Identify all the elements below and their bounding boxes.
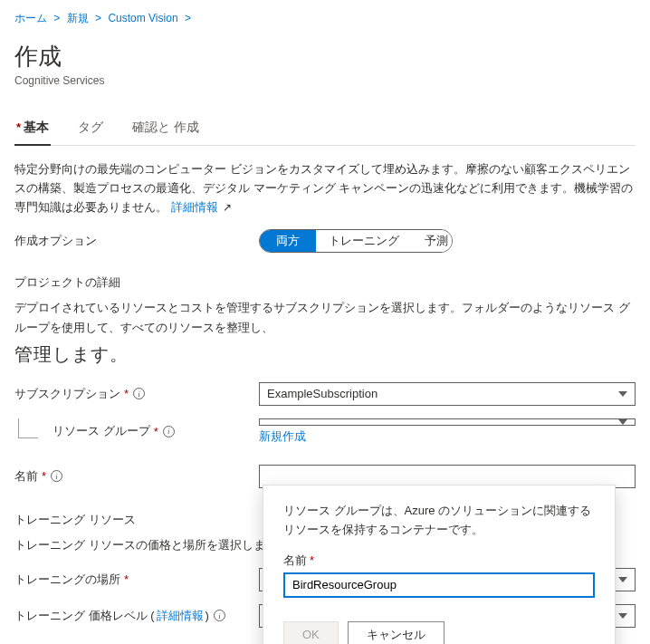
external-link-icon: ↗ <box>223 201 232 214</box>
create-option-segment: 両方 トレーニング 予測 <box>259 229 453 253</box>
popover-name-label: 名前 * <box>283 553 595 569</box>
page-title: 作成 <box>14 41 636 72</box>
tab-review-create[interactable]: 確認と 作成 <box>130 112 201 145</box>
required-star-icon: * <box>42 469 46 483</box>
description-block: 特定分野向けの最先端のコンピューター ビジョンをカスタマイズして埋め込みます。摩… <box>14 160 636 216</box>
subscription-row: サブスクリプション * i ExampleSubscription <box>14 382 636 406</box>
create-option-row: 作成オプション 両方 トレーニング 予測 <box>14 229 636 253</box>
project-details-desc-large: 管理します。 <box>14 344 129 364</box>
training-location-label-text: トレーニングの場所 <box>14 572 120 588</box>
breadcrumb-new[interactable]: 新規 <box>67 12 89 24</box>
description-text: 特定分野向けの最先端のコンピューター ビジョンをカスタマイズして埋め込みます。摩… <box>14 162 633 214</box>
chevron-down-icon <box>618 577 627 582</box>
description-link[interactable]: 詳細情報 <box>171 200 218 214</box>
popover-name-label-text: 名前 <box>283 553 307 569</box>
popover-actions: OK キャンセル <box>283 621 595 644</box>
name-label: 名前 * i <box>14 468 259 485</box>
breadcrumb-home[interactable]: ホーム <box>14 12 47 24</box>
subscription-select[interactable]: ExampleSubscription <box>259 382 636 406</box>
required-star-icon: * <box>310 553 314 567</box>
info-icon[interactable]: i <box>51 470 62 482</box>
subscription-value: ExampleSubscription <box>267 387 378 400</box>
tabs: * 基本 タグ 確認と 作成 <box>14 112 636 146</box>
resource-group-select[interactable] <box>259 418 636 426</box>
popover-name-input[interactable] <box>283 572 595 598</box>
page-subtitle: Cognitive Services <box>14 74 636 87</box>
chevron-down-icon <box>618 613 627 619</box>
project-details-desc: デプロイされているリソースとコストを管理するサブスクリプションを選択します。フォ… <box>14 298 636 369</box>
name-label-text: 名前 <box>14 468 38 485</box>
tab-tags[interactable]: タグ <box>76 112 105 145</box>
tab-basic-label: 基本 <box>24 120 49 136</box>
resource-group-new-link[interactable]: 新規作成 <box>259 428 636 445</box>
tab-basic[interactable]: * 基本 <box>14 112 51 145</box>
project-details-heading: プロジェクトの詳細 <box>14 274 636 291</box>
cancel-button[interactable]: キャンセル <box>348 621 444 644</box>
indent-icon <box>18 418 38 438</box>
ok-button[interactable]: OK <box>283 621 339 644</box>
training-location-label: トレーニングの場所* <box>14 572 259 588</box>
info-icon[interactable]: i <box>133 388 145 399</box>
resource-group-label-text: リソース グループ <box>53 423 150 439</box>
breadcrumb-custom-vision[interactable]: Custom Vision <box>108 12 177 24</box>
tab-tags-label: タグ <box>78 120 103 136</box>
chevron-down-icon <box>618 391 627 397</box>
training-pricing-suffix: ) <box>206 609 209 622</box>
required-star-icon: * <box>124 572 129 586</box>
training-pricing-prefix: トレーニング 価格レベル ( <box>14 608 155 624</box>
required-star-icon: * <box>16 120 21 134</box>
breadcrumb-sep: > <box>95 12 101 24</box>
info-icon[interactable]: i <box>214 610 225 621</box>
breadcrumb-sep: > <box>53 12 60 24</box>
seg-training-button[interactable]: トレーニング <box>316 230 412 252</box>
required-star-icon: * <box>124 387 129 400</box>
seg-prediction-button[interactable]: 予測 <box>412 230 453 252</box>
project-details-desc-text: デプロイされているリソースとコストを管理するサブスクリプションを選択します。フォ… <box>14 301 630 334</box>
training-pricing-label: トレーニング 価格レベル (詳細情報) i <box>14 608 259 624</box>
required-star-icon: * <box>154 425 158 438</box>
resource-group-inner-row: リソース グループ * i 新規作成 <box>53 418 636 445</box>
resource-group-label: リソース グループ * i <box>53 423 259 439</box>
create-option-label: 作成オプション <box>14 233 259 249</box>
breadcrumb-sep: > <box>185 12 191 24</box>
chevron-down-icon <box>618 419 627 425</box>
breadcrumb: ホーム > 新規 > Custom Vision > <box>14 7 636 35</box>
seg-both-button[interactable]: 両方 <box>260 230 316 252</box>
tab-review-label: 確認と 作成 <box>132 120 199 136</box>
training-pricing-link[interactable]: 詳細情報 <box>157 608 204 624</box>
info-icon[interactable]: i <box>163 426 175 437</box>
resource-group-row: リソース グループ * i 新規作成 <box>14 418 636 445</box>
form-area: 作成オプション 両方 トレーニング 予測 プロジェクトの詳細 デプロイされている… <box>14 229 636 644</box>
subscription-label: サブスクリプション * i <box>14 386 259 402</box>
popover-desc: リソース グループは、Azure のソリューションに関連するリソースを保持するコ… <box>283 502 595 540</box>
subscription-label-text: サブスクリプション <box>14 386 120 402</box>
resource-group-popover: リソース グループは、Azure のソリューションに関連するリソースを保持するコ… <box>263 485 616 644</box>
